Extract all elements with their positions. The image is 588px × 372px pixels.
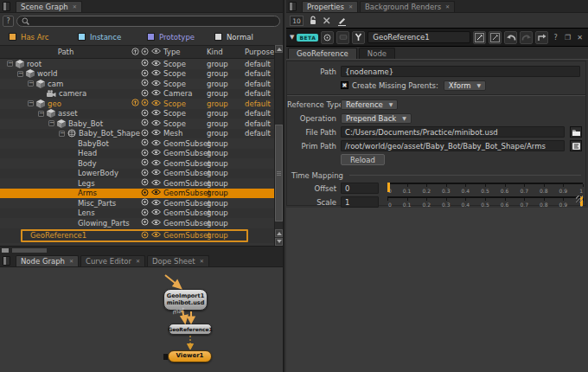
- tree-row-LowerBody[interactable]: LowerBodyGeomSubsetgroup: [0, 169, 283, 179]
- fork-icon[interactable]: [352, 31, 365, 44]
- reference-type-dropdown[interactable]: Reference: [341, 99, 398, 110]
- expander-icon[interactable]: [7, 61, 13, 67]
- load-state-icon[interactable]: [141, 89, 151, 99]
- tab-dope-sheet[interactable]: Dope Sheet: [147, 255, 209, 266]
- close-tab-icon[interactable]: [73, 4, 77, 10]
- splitter-grip[interactable]: [12, 248, 47, 253]
- splitter-handle[interactable]: [2, 248, 9, 253]
- visibility-icon[interactable]: [151, 139, 163, 148]
- tree-row-GeoReference1[interactable]: GeoReference1GeomSubsetgroup: [0, 228, 283, 243]
- help-icon[interactable]: [3, 16, 14, 27]
- load-state-icon[interactable]: [141, 208, 151, 218]
- undo-icon[interactable]: [504, 31, 517, 44]
- tab-properties[interactable]: Properties: [302, 1, 358, 12]
- offset-slider[interactable]: 00.10.20.30.40.50.60.70.80.91: [387, 183, 583, 194]
- close-icon[interactable]: [575, 34, 585, 42]
- visibility-icon[interactable]: [151, 119, 163, 128]
- visibility-icon[interactable]: [151, 189, 163, 197]
- slider-handle[interactable]: [387, 183, 390, 192]
- tree-row-Misc_Parts[interactable]: Misc_PartsGeomSubsetgroup: [0, 198, 283, 208]
- close-tab-icon[interactable]: [445, 4, 450, 10]
- scroll-down-icon[interactable]: [275, 238, 283, 246]
- path-field[interactable]: {nodename}: [341, 66, 580, 77]
- resize-grip[interactable]: [576, 196, 583, 202]
- edit-node-icon[interactable]: [473, 31, 486, 44]
- focus-icon[interactable]: [321, 31, 334, 44]
- load-state-icon[interactable]: [141, 189, 151, 198]
- arc-state-icon[interactable]: [131, 99, 141, 108]
- tree-row-Arms[interactable]: ArmsGeomSubsetgroup: [0, 189, 283, 199]
- tree-row-Baby_Bot[interactable]: Baby_BotScopegroupdefault: [0, 119, 283, 129]
- scenegraph-picker-icon[interactable]: [570, 140, 582, 151]
- help-icon[interactable]: [551, 34, 560, 42]
- close-tab-icon[interactable]: [348, 4, 353, 10]
- visibility-icon[interactable]: [151, 199, 163, 208]
- tree-row-Lens[interactable]: LensGeomSubsetgroup: [0, 208, 283, 219]
- tab-background-renders[interactable]: Background Renders: [360, 1, 455, 12]
- tree-row-Legs[interactable]: LegsGeomSubsetgroup: [0, 178, 283, 189]
- shelf-icon[interactable]: [336, 31, 349, 44]
- float-pane-icon[interactable]: [563, 34, 572, 42]
- tab-georeference[interactable]: GeoReference: [288, 48, 357, 59]
- node-geoimport[interactable]: GeoImport1 minibot.usd: [163, 289, 208, 311]
- load-state-icon[interactable]: [141, 218, 151, 228]
- expander-icon[interactable]: [17, 71, 23, 77]
- column-kind[interactable]: Kind: [207, 48, 245, 56]
- collapse-icon[interactable]: [290, 34, 294, 41]
- visibility-icon[interactable]: [151, 80, 163, 88]
- load-state-icon[interactable]: [141, 138, 151, 148]
- load-state-icon[interactable]: [141, 69, 151, 79]
- tree-row-world[interactable]: worldScopegroupdefault: [0, 69, 283, 80]
- visibility-icon[interactable]: [151, 169, 163, 177]
- pane-menu-icon[interactable]: [3, 256, 10, 266]
- tab-scene-graph[interactable]: Scene Graph: [16, 1, 82, 12]
- load-state-icon[interactable]: [141, 59, 151, 68]
- clear-edits-icon[interactable]: [323, 16, 331, 24]
- visibility-icon[interactable]: [151, 129, 163, 138]
- visibility-icon[interactable]: [151, 208, 163, 217]
- column-path[interactable]: Path: [0, 48, 131, 56]
- visibility-icon[interactable]: [151, 149, 163, 157]
- scroll-up2-icon[interactable]: [275, 229, 283, 237]
- close-tab-icon[interactable]: [136, 259, 140, 264]
- column-purpose[interactable]: Purpose: [245, 48, 276, 56]
- expander-icon[interactable]: [48, 120, 54, 126]
- tree-row-Body[interactable]: BodyGeomSubsetgroup: [0, 158, 283, 169]
- load-state-icon[interactable]: [141, 178, 151, 188]
- reload-button[interactable]: Reload: [341, 154, 385, 165]
- close-tab-icon[interactable]: [200, 259, 204, 264]
- column-type[interactable]: Type: [163, 48, 207, 56]
- edit-mode-icon[interactable]: [336, 16, 347, 26]
- load-state-icon[interactable]: [141, 129, 151, 138]
- tab-node-graph[interactable]: Node Graph: [16, 255, 79, 266]
- load-state-icon[interactable]: [141, 231, 151, 241]
- visibility-icon[interactable]: [151, 219, 163, 228]
- tree-row-Baby_Bot_Shape[interactable]: Baby_Bot_ShapeMeshgroupdefault: [0, 129, 283, 139]
- expander-icon[interactable]: [59, 131, 65, 137]
- visibility-icon[interactable]: [151, 69, 163, 78]
- load-state-icon[interactable]: [141, 158, 151, 168]
- visibility-icon[interactable]: [151, 109, 163, 118]
- offset-field[interactable]: 0: [341, 183, 379, 194]
- operation-dropdown[interactable]: Prepend Back: [341, 113, 412, 124]
- expander-icon[interactable]: [28, 80, 34, 87]
- visibility-icon[interactable]: [151, 231, 163, 240]
- tree-row-camera[interactable]: cameraCameragroupdefault: [0, 89, 283, 99]
- visibility-icon[interactable]: [151, 159, 163, 168]
- tab-curve-editor[interactable]: Curve Editor: [80, 255, 145, 266]
- visibility-icon[interactable]: [151, 99, 163, 108]
- edit-shared-icon[interactable]: [489, 31, 502, 44]
- load-state-icon[interactable]: [141, 99, 151, 108]
- tree-row-geo[interactable]: geoScopegroupdefault: [0, 99, 283, 109]
- tree-row-Glowing_Parts[interactable]: Glowing_PartsGeomSubsetgroup: [0, 218, 283, 228]
- scroll-up-icon[interactable]: [275, 45, 283, 53]
- scale-slider[interactable]: 00.10.20.30.40.50.60.70.80.91: [387, 196, 583, 208]
- prim-path-field[interactable]: /root/world/geo/asset/Baby_Bot/Baby_Bot_…: [341, 140, 565, 151]
- file-path-field[interactable]: C:/Users/Documents/Practice/minibot.usd: [341, 126, 565, 138]
- tree-row-BabyBot[interactable]: BabyBotGeomSubsetgroup: [0, 138, 283, 149]
- pane-menu-icon[interactable]: [289, 2, 297, 11]
- load-state-icon[interactable]: [141, 79, 151, 88]
- pane-menu-icon[interactable]: [3, 2, 10, 11]
- load-state-icon[interactable]: [141, 149, 151, 158]
- tree-row-Head[interactable]: HeadGeomSubsetgroup: [0, 149, 283, 159]
